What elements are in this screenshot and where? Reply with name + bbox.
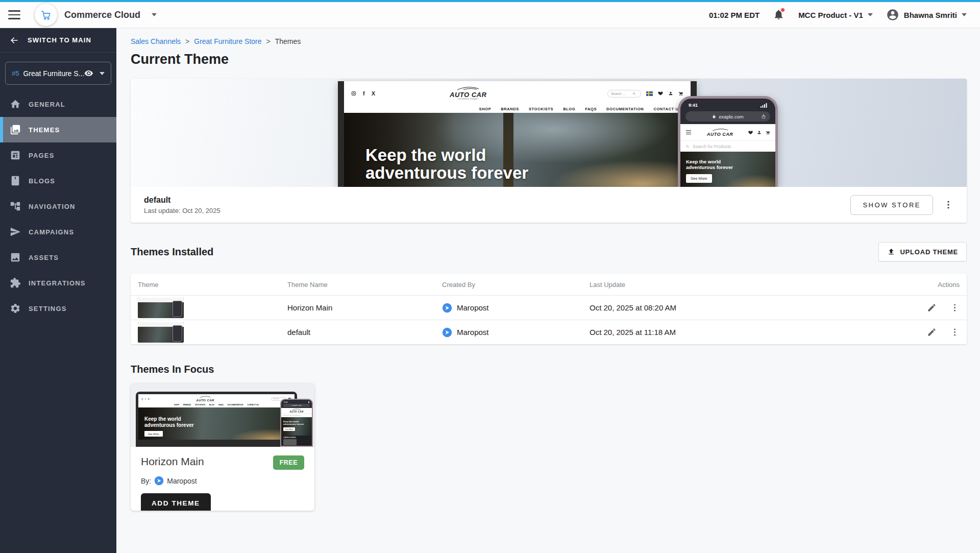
upload-theme-button[interactable]: UPLOAD THEME xyxy=(878,242,967,261)
avatar-icon xyxy=(886,8,899,21)
store-name: Great Furniture S... xyxy=(23,69,84,78)
store-selector[interactable]: #5 Great Furniture S... xyxy=(5,62,111,85)
language-flag-icon xyxy=(646,91,653,96)
site-hero-text: Keep the world adventurous forever xyxy=(365,147,528,182)
sidebar-item-themes[interactable]: THEMES xyxy=(0,117,116,142)
cart-icon xyxy=(678,91,683,96)
themes-in-focus-title: Themes In Focus xyxy=(131,364,967,375)
row-kebab-icon[interactable] xyxy=(950,327,960,337)
sidebar-item-campaigns[interactable]: CAMPAIGNS xyxy=(0,219,116,245)
themes-table-header: Theme Theme Name Created By Last Update … xyxy=(131,274,967,295)
send-icon xyxy=(10,226,21,237)
product-menu[interactable]: MCC Product - V1 xyxy=(798,11,873,19)
instagram-icon xyxy=(351,91,356,96)
back-arrow-icon xyxy=(9,35,19,45)
sidebar-item-navigation[interactable]: NAVIGATION xyxy=(0,194,116,219)
sidebar-item-integrations[interactable]: INTEGRATIONS xyxy=(0,270,116,296)
current-theme-name: default xyxy=(144,196,220,205)
created-by-cell: Maropost xyxy=(457,303,489,312)
phone-url-bar: exaple.com xyxy=(685,111,770,122)
product-menu-caret-icon xyxy=(868,13,873,16)
autocar-logo: AUTO CAR company slogan xyxy=(450,86,486,101)
breadcrumb-store[interactable]: Great Furniture Store xyxy=(194,37,261,45)
theme-thumbnail xyxy=(138,298,184,318)
notifications-button[interactable] xyxy=(773,9,785,21)
table-row[interactable]: default Maropost Oct 20, 2025 at 11:18 A… xyxy=(131,320,967,344)
see-more-button: See More xyxy=(144,431,163,437)
current-theme-info-bar: default Last update: Oct 20, 2025 SHOW S… xyxy=(131,187,967,223)
share-icon xyxy=(761,114,766,119)
account-icon xyxy=(757,130,762,135)
themes-installed-title: Themes Installed xyxy=(131,246,213,258)
switch-to-main-label: SWITCH TO MAIN xyxy=(28,36,91,44)
phone-site-mockup: 9:41 exaple.com AUTO CAR xyxy=(678,96,778,187)
store-caret-icon[interactable] xyxy=(100,72,105,75)
site-search-box: Search ... xyxy=(607,90,641,98)
theme-thumbnail xyxy=(138,322,184,343)
switch-to-main-button[interactable]: SWITCH TO MAIN xyxy=(0,28,116,53)
clock: 01:02 PM EDT xyxy=(709,11,760,19)
sidebar-item-assets[interactable]: ASSETS xyxy=(0,245,116,270)
show-store-button[interactable]: SHOW STORE xyxy=(850,195,933,215)
theme-preview-banner: f X AUTO CAR company slogan Search ... xyxy=(131,79,967,187)
heart-icon xyxy=(748,130,753,135)
signal-icon xyxy=(761,103,767,108)
sidebar-item-general[interactable]: GENERAL xyxy=(0,91,116,117)
free-badge: FREE xyxy=(273,455,304,470)
user-menu-caret-icon xyxy=(962,13,967,16)
themes-icon xyxy=(10,124,21,135)
add-theme-button[interactable]: ADD THEME xyxy=(141,493,211,511)
puzzle-icon xyxy=(10,277,21,288)
maropost-icon xyxy=(154,476,164,486)
sidebar-item-blogs[interactable]: BLOGS xyxy=(0,168,116,194)
edit-pencil-icon[interactable] xyxy=(927,327,937,337)
eye-icon[interactable] xyxy=(84,68,93,78)
magnifier-icon xyxy=(632,92,636,95)
home-icon xyxy=(10,99,21,110)
sidebar-menu: GENERAL THEMES PAGES BLOGS NAVIGATION CA… xyxy=(0,91,116,321)
see-more-button: See More xyxy=(686,174,712,183)
last-update-cell: Oct 20, 2025 at 08:20 AM xyxy=(590,303,893,312)
cart-icon xyxy=(40,9,52,21)
user-menu[interactable]: Bhawna Smriti xyxy=(886,8,967,21)
phone-search-bar: Search for Products xyxy=(680,140,775,152)
x-icon: X xyxy=(372,90,375,97)
product-menu-label: MCC Product - V1 xyxy=(798,11,863,19)
by-label: By: xyxy=(141,477,151,485)
row-kebab-icon[interactable] xyxy=(950,303,960,312)
phone-hamburger-icon xyxy=(685,130,692,135)
facebook-icon: f xyxy=(363,90,365,97)
sidebar-item-settings[interactable]: SETTINGS xyxy=(0,296,116,321)
maropost-icon xyxy=(442,303,452,313)
sidebar-item-pages[interactable]: PAGES xyxy=(0,142,116,168)
breadcrumb-current: Themes xyxy=(275,37,301,45)
created-by-cell: Maropost xyxy=(457,328,489,336)
edit-pencil-icon[interactable] xyxy=(927,303,937,312)
user-name: Bhawna Smriti xyxy=(904,11,957,19)
app-menu-caret-icon[interactable] xyxy=(152,13,157,16)
cart-icon xyxy=(766,130,770,135)
gear-icon xyxy=(10,303,21,314)
phone-hero-image: Keep the world adventurous forever See M… xyxy=(680,152,775,187)
page-title: Current Theme xyxy=(131,52,967,67)
breadcrumb: Sales Channels > Great Furniture Store >… xyxy=(131,37,967,45)
desktop-site-mockup: f X AUTO CAR company slogan Search ... xyxy=(338,81,697,187)
maropost-icon xyxy=(442,327,452,338)
breadcrumb-sales-channels[interactable]: Sales Channels xyxy=(131,37,181,45)
themes-table: Theme Theme Name Created By Last Update … xyxy=(131,274,967,344)
current-theme-last-update: Last update: Oct 20, 2025 xyxy=(144,207,220,214)
pages-icon xyxy=(10,150,21,161)
hamburger-menu-icon[interactable] xyxy=(8,10,20,19)
site-hero-image: Keep the world adventurous forever xyxy=(344,113,691,187)
table-row[interactable]: Horizon Main Maropost Oct 20, 2025 at 08… xyxy=(131,295,967,320)
current-theme-kebab-icon[interactable] xyxy=(943,200,953,210)
current-theme-card: f X AUTO CAR company slogan Search ... xyxy=(131,79,967,223)
magnifier-icon xyxy=(685,145,690,149)
theme-name-cell: Horizon Main xyxy=(287,303,442,312)
theme-focus-card: ◻fX AUTO CAR Search ... xyxy=(131,383,314,511)
account-icon xyxy=(668,91,673,96)
phone-autocar-logo: AUTO CAR xyxy=(707,128,733,137)
main-content: Sales Channels > Great Furniture Store >… xyxy=(116,28,980,553)
phone-mockup-small: 9:41▮ exaple.com AUTO CAR Search for Pro… xyxy=(280,399,313,447)
commerce-cloud-logo[interactable] xyxy=(35,4,57,26)
